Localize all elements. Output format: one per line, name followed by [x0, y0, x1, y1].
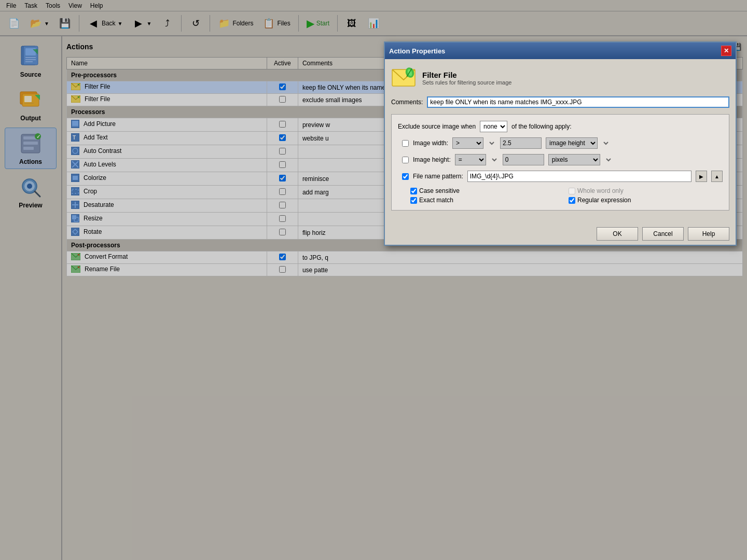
image-width-checkbox[interactable] — [402, 140, 409, 147]
pattern-options: Case sensitive Whole word only Exact mat… — [410, 187, 723, 204]
file-name-pattern-input[interactable] — [467, 171, 691, 182]
whole-word-text: Whole word only — [577, 187, 624, 194]
exclude-label: Exclude source image when — [398, 123, 476, 130]
dialog-title: Action Properties — [389, 47, 445, 55]
filter-file-dialog-icon — [391, 65, 416, 90]
image-width-label: Image width: — [413, 139, 448, 147]
comments-input[interactable] — [427, 96, 729, 108]
dialog-header-text: Filter File Sets rules for filtering sou… — [422, 71, 511, 86]
ok-button[interactable]: OK — [597, 227, 638, 241]
image-height-unit[interactable]: pixels image height percent — [548, 154, 600, 165]
image-height-row: Image height: = > < pixels image height … — [402, 154, 723, 165]
dialog-buttons: OK Cancel Help — [385, 223, 736, 245]
regular-expression-text: Regular expression — [577, 197, 631, 204]
image-width-value[interactable] — [500, 137, 542, 149]
file-name-play-button[interactable]: ▶ — [696, 171, 707, 182]
regular-expression-label[interactable]: Regular expression — [569, 197, 723, 204]
image-height-value[interactable] — [503, 154, 544, 165]
case-sensitive-text: Case sensitive — [419, 187, 460, 194]
case-sensitive-checkbox[interactable] — [410, 188, 417, 194]
image-width-operator[interactable]: > < = — [452, 137, 483, 149]
exact-match-checkbox[interactable] — [410, 197, 417, 204]
file-name-pattern-label: File name pattern: — [413, 173, 463, 180]
exact-match-label[interactable]: Exact match — [410, 197, 564, 204]
exclude-select[interactable]: none all any — [480, 121, 507, 132]
apply-suffix: of the following apply: — [511, 123, 571, 130]
file-name-up-button[interactable]: ▲ — [711, 171, 723, 182]
whole-word-label[interactable]: Whole word only — [569, 187, 723, 194]
exact-match-text: Exact match — [419, 197, 453, 204]
file-name-pattern-checkbox[interactable] — [402, 173, 409, 180]
image-width-unit[interactable]: image height pixels percent — [546, 137, 598, 149]
dialog-content: Filter File Sets rules for filtering sou… — [385, 59, 736, 223]
dialog-filter-subtitle: Sets rules for filtering source image — [422, 79, 511, 86]
dialog-header: Filter File Sets rules for filtering sou… — [391, 65, 729, 90]
exclude-row: Exclude source image when none all any o… — [398, 121, 723, 132]
image-height-checkbox[interactable] — [402, 157, 409, 163]
regular-expression-checkbox[interactable] — [569, 197, 575, 204]
action-properties-dialog: Action Properties ✕ — [384, 41, 737, 246]
case-sensitive-label[interactable]: Case sensitive — [410, 187, 564, 194]
comments-label: Comments: — [391, 99, 423, 106]
cancel-button[interactable]: Cancel — [642, 227, 684, 241]
help-button[interactable]: Help — [688, 227, 729, 241]
filter-box: Exclude source image when none all any o… — [391, 114, 729, 211]
dialog-overlay: Action Properties ✕ — [0, 0, 747, 560]
whole-word-checkbox[interactable] — [569, 188, 575, 194]
file-name-pattern-row: File name pattern: ▶ ▲ — [402, 171, 723, 182]
comments-row: Comments: — [391, 96, 729, 108]
image-width-row: Image width: > < = image height pixels p… — [402, 137, 723, 149]
image-height-operator[interactable]: = > < — [455, 154, 486, 165]
dialog-titlebar: Action Properties ✕ — [385, 43, 736, 59]
dialog-filter-title: Filter File — [422, 71, 511, 79]
image-height-label: Image height: — [413, 156, 451, 163]
dialog-close-button[interactable]: ✕ — [721, 46, 731, 56]
